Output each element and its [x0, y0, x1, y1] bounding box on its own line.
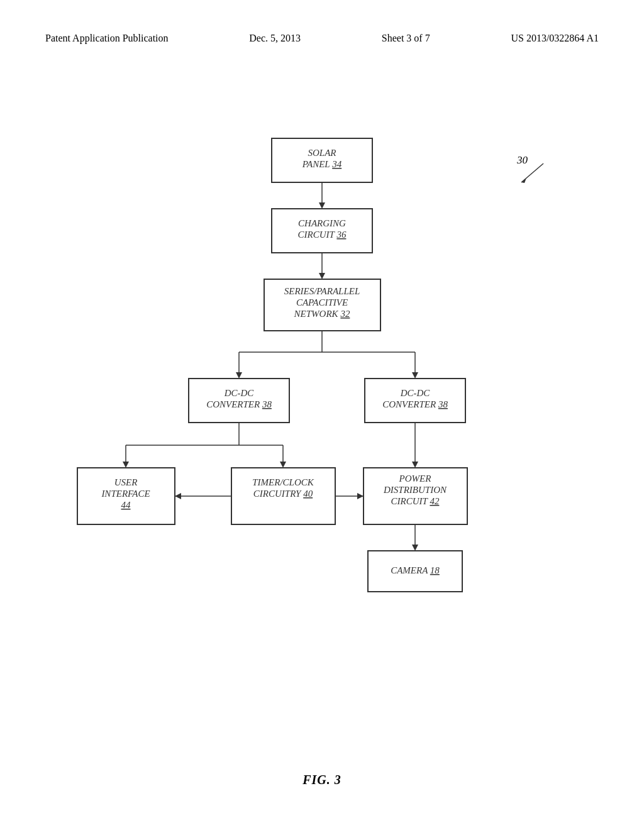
svg-text:CIRCUIT 36: CIRCUIT 36: [298, 230, 347, 240]
sheet-info: Sheet 3 of 7: [382, 33, 430, 44]
diagram-svg: SOLAR PANEL 34 CHARGING CIRCUIT 36 SERIE…: [0, 101, 644, 729]
svg-text:CONVERTER 38: CONVERTER 38: [206, 399, 272, 409]
svg-marker-33: [280, 462, 286, 468]
svg-text:DC-DC: DC-DC: [224, 388, 255, 398]
svg-marker-6: [319, 202, 325, 209]
svg-text:PANEL 34: PANEL 34: [302, 159, 342, 169]
page-header: Patent Application Publication Dec. 5, 2…: [0, 33, 644, 44]
svg-text:CAMERA 18: CAMERA 18: [391, 565, 440, 575]
publication-date: Dec. 5, 2013: [249, 33, 301, 44]
svg-text:CONVERTER 38: CONVERTER 38: [382, 399, 448, 409]
svg-text:POWER: POWER: [399, 473, 431, 484]
patent-number: US 2013/0322864 A1: [511, 33, 599, 44]
svg-marker-19: [236, 372, 242, 379]
svg-marker-52: [412, 545, 418, 551]
svg-text:TIMER/CLOCK: TIMER/CLOCK: [252, 477, 314, 487]
svg-marker-48: [175, 493, 181, 499]
svg-marker-11: [319, 273, 325, 279]
svg-marker-21: [412, 372, 418, 379]
svg-text:CAPACITIVE: CAPACITIVE: [296, 297, 348, 307]
svg-marker-50: [357, 493, 364, 499]
svg-text:SERIES/PARALLEL: SERIES/PARALLEL: [284, 286, 360, 296]
svg-text:CIRCUIT 42: CIRCUIT 42: [391, 496, 440, 506]
svg-text:USER: USER: [114, 477, 138, 487]
svg-text:SOLAR: SOLAR: [308, 148, 336, 158]
svg-text:INTERFACE: INTERFACE: [101, 489, 150, 499]
svg-marker-31: [123, 462, 129, 468]
figure-label: FIG. 3: [303, 773, 341, 787]
svg-text:CHARGING: CHARGING: [298, 218, 346, 228]
svg-marker-35: [412, 462, 418, 468]
svg-text:44: 44: [121, 500, 131, 510]
publication-title: Patent Application Publication: [45, 33, 169, 44]
svg-text:DISTRIBUTION: DISTRIBUTION: [383, 485, 447, 495]
svg-text:NETWORK 32: NETWORK 32: [294, 309, 350, 319]
svg-text:CIRCUITRY 40: CIRCUITRY 40: [253, 489, 313, 499]
svg-text:DC-DC: DC-DC: [400, 388, 431, 398]
